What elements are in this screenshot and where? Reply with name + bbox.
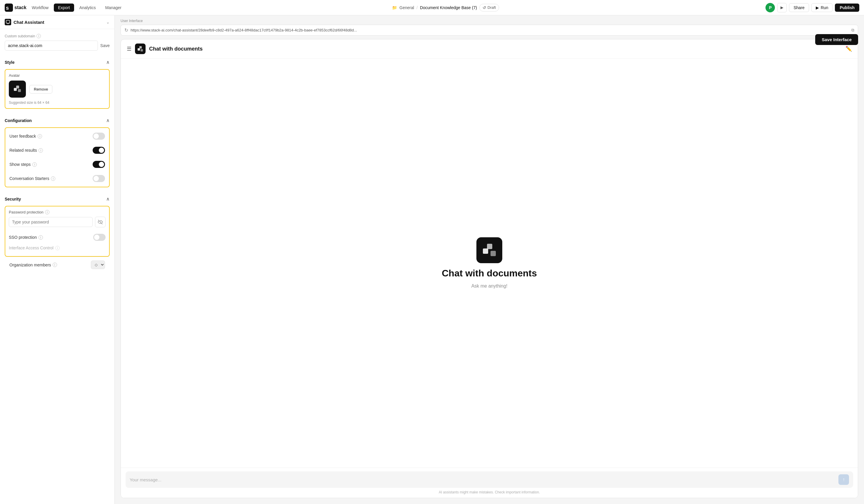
svg-rect-5 [18, 89, 21, 92]
url-text: https://www.stack-ai.com/chat-assistant/… [131, 28, 849, 32]
style-content: Avatar Remove Suggested size is 64 × 64 [0, 69, 115, 113]
chat-header-title: Chat with documents [149, 46, 203, 52]
sso-protection-row: SSO protection i [9, 231, 106, 243]
breadcrumb-folder: General [399, 5, 414, 10]
draft-label: Draft [488, 5, 496, 10]
nav-analytics[interactable]: Analytics [75, 3, 100, 12]
reload-icon[interactable]: ↻ [124, 27, 128, 33]
security-section: Security ∧ Password protection i [0, 192, 115, 277]
url-bar-container: User Interface ↻ https://www.stack-ai.co… [115, 15, 864, 39]
svg-rect-3 [14, 88, 17, 91]
nav-arrow-icon[interactable]: ▶ [777, 3, 787, 12]
configuration-collapse-icon[interactable]: ∧ [106, 118, 110, 123]
svg-rect-7 [140, 46, 142, 49]
sidebar-title: Chat Assistant [13, 20, 44, 25]
related-results-toggle[interactable] [93, 147, 105, 154]
remove-avatar-button[interactable]: Remove [29, 85, 52, 94]
show-steps-toggle[interactable] [93, 161, 105, 168]
sso-toggle[interactable] [93, 234, 106, 241]
subdomain-input[interactable] [5, 40, 98, 51]
avatar-logo-svg [12, 84, 23, 94]
interface-access-info-icon[interactable]: i [55, 246, 60, 250]
nav-workflow[interactable]: Workflow [28, 3, 53, 12]
chat-icon-svg [6, 20, 10, 24]
chat-preview: ☰ Chat with documents ✏️ [121, 39, 858, 498]
nav-right: P ▶ Share ▶ Run Publish [766, 3, 859, 12]
password-protection-label: Password protection i [9, 210, 106, 214]
chat-header: ☰ Chat with documents ✏️ [121, 39, 858, 59]
folder-icon: 📁 [392, 5, 397, 10]
chat-icon-small [5, 19, 11, 25]
configuration-section-header[interactable]: Configuration ∧ [0, 113, 115, 127]
chat-subtitle: Ask me anything! [471, 284, 507, 289]
logo[interactable]: s stack [5, 3, 26, 12]
svg-rect-8 [141, 49, 143, 51]
svg-text:s: s [6, 5, 9, 11]
related-results-row: Related results i [5, 143, 109, 157]
sidebar: Chat Assistant ⌄ Custom subdomain i Save… [0, 15, 115, 504]
toggle-password-visibility-button[interactable] [95, 217, 106, 227]
subdomain-row: Save [5, 40, 110, 51]
message-input-row: Your message... ↑ [125, 471, 853, 488]
sidebar-header: Chat Assistant ⌄ [0, 15, 115, 29]
user-feedback-toggle[interactable] [93, 133, 105, 140]
security-collapse-icon[interactable]: ∧ [106, 196, 110, 202]
avatar-label: Avatar [9, 73, 106, 77]
svg-rect-4 [16, 86, 19, 88]
run-button[interactable]: ▶ Run [811, 3, 833, 12]
draft-icon: ↺ [483, 5, 486, 10]
user-avatar[interactable]: P [766, 3, 775, 12]
stack-logo-icon: s [5, 3, 13, 12]
avatar-preview [9, 81, 26, 98]
publish-button[interactable]: Publish [835, 3, 859, 12]
subdomain-info-icon[interactable]: i [36, 34, 41, 38]
security-section-title: Security [5, 197, 21, 201]
send-button[interactable]: ↑ [838, 474, 849, 485]
configuration-section-title: Configuration [5, 118, 32, 123]
hamburger-menu-icon[interactable]: ☰ [127, 46, 131, 52]
password-input[interactable] [9, 217, 93, 227]
password-protection-info-icon[interactable]: i [45, 210, 49, 214]
style-section: Style ∧ Avatar Remove [0, 55, 115, 113]
show-steps-info-icon[interactable]: i [32, 162, 37, 167]
sidebar-title-row: Chat Assistant [5, 19, 44, 25]
chat-footer: Your message... ↑ AI assistants might ma… [121, 468, 858, 498]
configuration-box: User feedback i Related results i [5, 127, 110, 187]
user-feedback-row: User feedback i [5, 129, 109, 143]
related-results-label: Related results i [9, 148, 43, 153]
ui-label: User Interface [121, 19, 858, 23]
user-feedback-info-icon[interactable]: i [38, 134, 42, 139]
conversation-starters-toggle[interactable] [93, 175, 105, 182]
save-interface-button[interactable]: Save Interface [815, 34, 858, 45]
sso-protection-label: SSO protection i [9, 235, 43, 240]
style-section-header[interactable]: Style ∧ [0, 55, 115, 69]
logo-text: stack [14, 5, 26, 10]
conversation-starters-info-icon[interactable]: i [51, 177, 55, 181]
interface-access-control-row: Interface Access Control i [9, 243, 106, 253]
nav-export[interactable]: Export [54, 3, 74, 12]
org-members-info-icon[interactable]: i [53, 263, 57, 267]
svg-rect-10 [487, 244, 492, 249]
svg-rect-6 [137, 48, 140, 51]
style-collapse-icon[interactable]: ∧ [106, 59, 110, 65]
breadcrumb-project: Document Knowledge Base (7) [420, 5, 477, 10]
subdomain-save-link[interactable]: Save [100, 43, 110, 48]
message-placeholder-text: Your message... [130, 477, 836, 482]
avatar-box: Avatar Remove Suggested size is 64 × 64 [5, 69, 110, 109]
security-section-header[interactable]: Security ∧ [0, 192, 115, 206]
related-results-info-icon[interactable]: i [38, 148, 43, 153]
chat-body: Chat with documents Ask me anything! [121, 59, 858, 468]
sso-info-icon[interactable]: i [38, 235, 43, 240]
chevron-down-icon[interactable]: ⌄ [106, 20, 110, 24]
org-members-select[interactable]: ◇ [91, 261, 105, 269]
right-panel: Save Interface User Interface ↻ https://… [115, 15, 864, 504]
svg-rect-11 [491, 251, 496, 256]
nav-manager[interactable]: Manager [101, 3, 125, 12]
run-play-icon: ▶ [816, 5, 819, 10]
conversation-starters-row: Conversation Starters i [5, 171, 109, 185]
share-button[interactable]: Share [789, 3, 809, 12]
edit-icon[interactable]: ✏️ [845, 46, 852, 52]
copy-url-icon[interactable]: ⧉ [851, 28, 854, 33]
draft-badge[interactable]: ↺ Draft [479, 4, 499, 11]
main-layout: Chat Assistant ⌄ Custom subdomain i Save… [0, 15, 864, 504]
